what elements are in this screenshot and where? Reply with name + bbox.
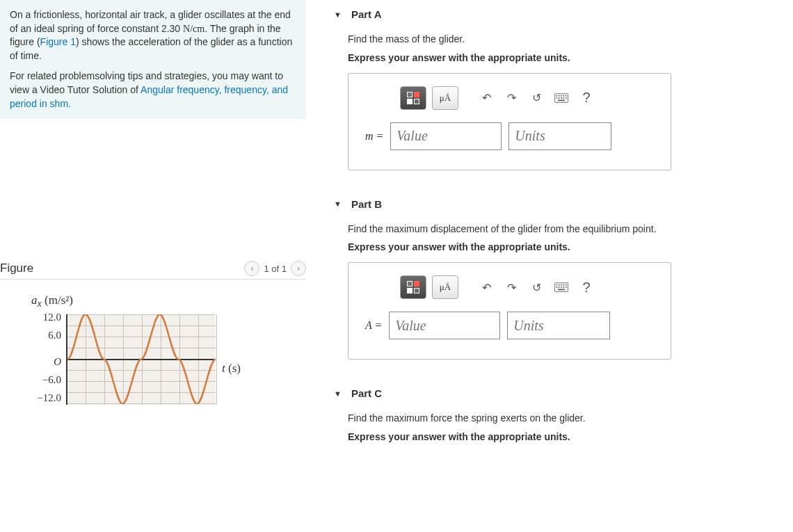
figure-title: Figure [0,261,33,275]
units-button[interactable]: μÅ [432,86,458,110]
figure-section: Figure ‹ 1 of 1 › ax (m/s²) t (s) 12.0 [0,258,306,412]
svg-rect-14 [559,284,560,286]
svg-rect-18 [556,287,558,288]
part-b: ▼ Part B Find the maximum displacement o… [334,198,779,360]
acceleration-graph: ax (m/s²) t (s) 12.0 6.0 O −6.0 −12.0 0.… [28,293,237,412]
x-axis-label: t (s) [222,362,241,376]
answer-toolbar: μÅ ↶ ↷ ↺ ? [365,86,654,110]
part-a-question: Find the mass of the glider. [334,33,779,47]
redo-button[interactable]: ↷ [502,277,521,297]
figure-pager: ‹ 1 of 1 › [244,261,306,276]
answer-toolbar: μÅ ↶ ↷ ↺ ? [365,275,654,299]
svg-rect-2 [559,95,560,96]
figure-prev-button[interactable]: ‹ [244,261,259,276]
template-picker-button[interactable] [400,275,426,299]
units-button[interactable]: μÅ [432,275,458,299]
units-input[interactable] [507,312,610,339]
part-a-answer-box: μÅ ↶ ↷ ↺ ? m = [348,73,671,170]
template-picker-button[interactable] [400,86,426,110]
part-c-question: Find the maximum force the spring exerts… [334,412,779,426]
redo-button[interactable]: ↷ [502,88,521,108]
svg-rect-6 [556,97,558,99]
figure-1-link[interactable]: Figure 1 [40,36,76,47]
svg-rect-16 [563,284,565,286]
undo-button[interactable]: ↶ [476,88,496,108]
reset-button[interactable]: ↺ [527,277,546,297]
part-b-answer-box: μÅ ↶ ↷ ↺ ? A = [348,262,671,360]
figure-next-button[interactable]: › [291,261,306,276]
svg-rect-17 [566,284,567,286]
ytick: 12.0 [28,312,61,323]
part-b-question: Find the maximum displacement of the gli… [334,223,779,236]
units-input[interactable] [508,122,611,150]
svg-rect-4 [563,95,565,96]
template-icon [406,91,420,105]
keyboard-button[interactable] [552,88,571,108]
svg-rect-13 [556,284,558,286]
part-b-header[interactable]: ▼ Part B [334,198,779,210]
keyboard-icon [554,93,568,103]
help-button[interactable]: ? [577,277,596,297]
svg-rect-22 [566,287,567,288]
undo-button[interactable]: ↶ [476,277,496,297]
value-input[interactable] [390,122,502,150]
svg-rect-1 [556,95,558,96]
caret-down-icon: ▼ [334,200,342,208]
ytick: −12.0 [28,392,61,404]
template-icon [406,280,420,294]
part-title: Part A [351,8,382,20]
variable-label: m = [365,130,383,143]
keyboard-icon [554,282,568,292]
help-button[interactable]: ? [577,88,596,108]
part-c-instruction: Express your answer with the appropriate… [334,431,779,442]
part-a-header[interactable]: ▼ Part A [334,8,779,20]
part-c-header[interactable]: ▼ Part C [334,387,779,399]
svg-rect-23 [558,289,565,291]
svg-rect-11 [558,99,565,101]
svg-rect-9 [563,97,565,99]
variable-label: A = [365,319,382,332]
svg-rect-21 [563,287,565,288]
svg-rect-5 [566,95,567,96]
caret-down-icon: ▼ [334,389,342,398]
svg-rect-3 [561,95,562,96]
part-title: Part B [351,198,382,210]
svg-rect-10 [566,97,567,99]
ytick: 6.0 [28,330,61,341]
svg-rect-8 [561,97,562,99]
caret-down-icon: ▼ [334,10,342,19]
part-a-instruction: Express your answer with the appropriate… [334,52,779,63]
svg-rect-20 [561,287,562,288]
ytick: −6.0 [28,374,61,386]
sine-curve-icon [67,314,216,404]
figure-page-label: 1 of 1 [264,264,287,274]
reset-button[interactable]: ↺ [527,88,546,108]
part-b-instruction: Express your answer with the appropriate… [334,241,779,252]
ytick-zero: O [40,356,61,368]
part-c: ▼ Part C Find the maximum force the spri… [334,387,779,442]
part-a: ▼ Part A Find the mass of the glider. Ex… [334,8,779,170]
part-title: Part C [351,387,382,399]
value-input[interactable] [389,312,500,339]
plot-area [66,314,216,405]
force-constant-units: N/cm [183,24,205,34]
svg-rect-7 [559,97,560,99]
problem-statement: On a frictionless, horizontal air track,… [0,0,306,119]
keyboard-button[interactable] [552,277,571,297]
svg-rect-15 [561,284,562,286]
svg-rect-19 [559,287,560,288]
y-axis-label: ax (m/s²) [31,293,73,309]
